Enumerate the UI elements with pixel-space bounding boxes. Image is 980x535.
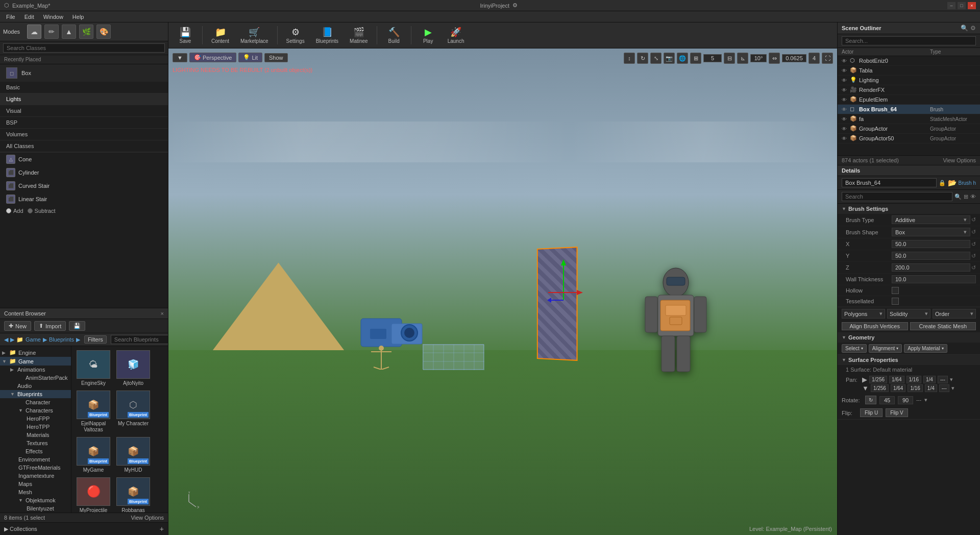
visibility-icon[interactable]: 👁 [842, 68, 850, 74]
settings-toolbar-button[interactable]: ⚙ Settings [282, 25, 309, 46]
tree-blueprints[interactable]: ▼ Blueprints [0, 390, 71, 398]
tree-characters[interactable]: ▼ Characters [0, 406, 71, 415]
mode-place[interactable]: ☁ [27, 25, 41, 39]
z-input[interactable] [895, 264, 967, 271]
alignment-button[interactable]: Alignment ▾ [869, 344, 902, 353]
tree-ingametexture[interactable]: Ingametexture [0, 472, 71, 480]
so-item-groupactor[interactable]: 👁 📦 GroupActor GroupActor [838, 124, 980, 134]
reset-z-icon[interactable]: ↺ [971, 264, 976, 271]
tree-herofpp[interactable]: HeroFPP [0, 415, 71, 423]
add-collection-button[interactable]: + [160, 525, 164, 533]
details-search-icon[interactable]: 🔍 [954, 193, 962, 200]
so-item-epuletelem[interactable]: 👁 📦 EpuletElem [838, 95, 980, 105]
restore-button[interactable]: □ [958, 2, 966, 9]
launch-toolbar-button[interactable]: 🚀 Launch [443, 25, 469, 46]
asset-ejelnappal[interactable]: Blueprint 📦 EjelNappal Valtozas [76, 391, 111, 433]
add-button[interactable]: Add [6, 208, 23, 214]
translate-tool[interactable]: ↕ [624, 53, 635, 64]
visibility-icon[interactable]: 👁 [842, 136, 850, 141]
mode-landscape[interactable]: ▲ [62, 25, 76, 39]
scale-value-input[interactable] [782, 54, 806, 62]
visibility-icon[interactable]: 👁 [842, 78, 850, 83]
flip-u-button[interactable]: Flip U [860, 408, 883, 417]
rotate-45-input[interactable] [879, 396, 895, 404]
list-item[interactable]: △ Cone [0, 153, 168, 166]
mode-paint[interactable]: ✏ [44, 25, 59, 39]
brush-settings-header[interactable]: ▼ Brush Settings [838, 204, 980, 214]
details-grid-icon[interactable]: ⊞ [964, 193, 968, 200]
subtract-button[interactable]: Subtract [28, 208, 56, 214]
solidity-dropdown[interactable]: Solidity [887, 309, 930, 319]
so-search-icon[interactable]: 🔍 [961, 25, 968, 32]
y-value-field[interactable] [892, 252, 970, 260]
pan-down-dropdown[interactable]: ▾ [951, 385, 954, 392]
pan-down-14[interactable]: 1/4 [925, 384, 937, 392]
rotate-dropdown[interactable]: ▾ [924, 397, 927, 403]
so-item-lighting[interactable]: 👁 💡 Lighting [838, 76, 980, 85]
flip-v-button[interactable]: Flip V [886, 408, 908, 417]
category-visual[interactable]: Visual [0, 105, 168, 117]
maximize-icon[interactable]: ⛶ [822, 53, 833, 64]
visibility-icon[interactable]: 👁 [842, 126, 850, 132]
pan-up-1256[interactable]: 1/256 [869, 376, 887, 383]
marketplace-toolbar-button[interactable]: 🛒 Marketplace [236, 25, 273, 46]
reset-x-icon[interactable]: ↺ [971, 241, 976, 248]
browse-icon[interactable]: 📂 [948, 179, 957, 187]
wall-thickness-field[interactable] [892, 275, 976, 283]
mode-geometry[interactable]: 🎨 [96, 25, 111, 39]
mode-foliage[interactable]: 🌿 [79, 25, 93, 39]
tree-game[interactable]: ▼ 📁 Game [0, 357, 71, 366]
close-button[interactable]: × [968, 2, 976, 9]
z-value-field[interactable] [892, 263, 970, 272]
tree-herotpp[interactable]: HeroTPP [0, 423, 71, 431]
visibility-icon[interactable]: 👁 [842, 87, 850, 93]
pan-up-116[interactable]: 1/16 [906, 376, 921, 383]
play-toolbar-button[interactable]: ▶ Play [415, 25, 441, 46]
camera-tool[interactable]: 📷 [664, 53, 675, 64]
tree-objektumok[interactable]: ▼ Objektumok [0, 496, 71, 504]
asset-myprojectile[interactable]: 🔴 MyProjectile [76, 477, 111, 513]
pan-down-1256[interactable]: 1/256 [871, 384, 889, 392]
tree-audio[interactable]: Audio [0, 382, 71, 390]
back-icon[interactable]: ◀ [4, 336, 8, 343]
pan-up-arrow[interactable]: ▶ [862, 376, 867, 383]
wall-thickness-input[interactable] [895, 276, 972, 282]
so-search-input[interactable] [842, 36, 976, 45]
polygons-dropdown[interactable]: Polygons [842, 309, 885, 319]
tree-environment[interactable]: Environment [0, 455, 71, 464]
pan-down-dots[interactable]: --- [939, 384, 949, 392]
tree-animations[interactable]: ▶ Animations [0, 366, 71, 374]
reset-y-icon[interactable]: ↺ [971, 253, 976, 259]
x-value-field[interactable] [892, 240, 970, 248]
category-all-classes[interactable]: All Classes [0, 140, 168, 152]
geometry-header[interactable]: ▼ Geometry [838, 332, 980, 343]
view-options-button[interactable]: View Options [131, 515, 164, 521]
rotate-icon-btn[interactable]: ↻ [865, 396, 876, 404]
asset-robbanas[interactable]: Blueprint 📦 Robbanas [115, 477, 151, 513]
pan-down-164[interactable]: 1/64 [891, 384, 905, 392]
surface-properties-header[interactable]: ▼ Surface Properties [838, 355, 980, 365]
breadcrumb-blueprints[interactable]: Blueprints [49, 336, 74, 343]
tree-mesh[interactable]: Mesh [0, 488, 71, 496]
pan-down-116[interactable]: 1/16 [908, 384, 922, 392]
view-options-button[interactable]: View Options [943, 157, 976, 163]
tree-animstarterpack[interactable]: AnimStarterPack [0, 374, 71, 382]
menu-file[interactable]: File [2, 13, 19, 21]
visibility-icon[interactable]: 👁 [842, 116, 850, 122]
x-input[interactable] [895, 241, 967, 247]
viewport[interactable]: ▼ 🎯 Perspective 💡 Lit Show ↕ ↻ ⤡ 📷 [168, 48, 837, 535]
transform-gizmo[interactable] [543, 254, 584, 306]
angle-value-input[interactable] [750, 54, 767, 62]
asset-mygame[interactable]: Blueprint 📦 MyGame [76, 437, 111, 473]
pan-up-dropdown[interactable]: ▾ [950, 376, 953, 383]
details-eye-icon[interactable]: 👁 [970, 193, 976, 200]
pan-up-164[interactable]: 1/64 [889, 376, 904, 383]
build-toolbar-button[interactable]: 🔨 Build [381, 25, 407, 46]
snap-world-tool[interactable]: 🌐 [677, 53, 688, 64]
tree-gtfreematerials[interactable]: GTFreeMaterials [0, 464, 71, 472]
so-item-fa[interactable]: 👁 📦 fa StaticMeshActor [838, 114, 980, 124]
angle-icon[interactable]: ⊾ [737, 53, 748, 64]
category-lights[interactable]: Lights [0, 93, 168, 105]
pan-down-arrow[interactable]: ▼ [862, 384, 869, 392]
rotate-tool[interactable]: ↻ [637, 53, 648, 64]
